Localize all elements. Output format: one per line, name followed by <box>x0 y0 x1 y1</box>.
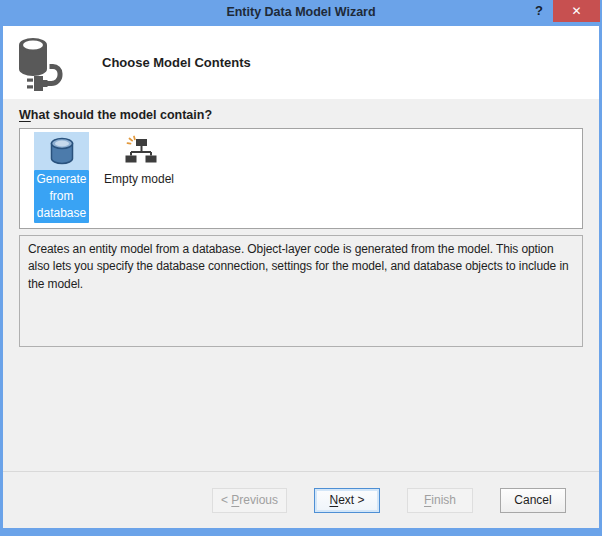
cancel-button[interactable]: Cancel <box>500 488 566 513</box>
window-title: Entity Data Model Wizard <box>0 5 602 19</box>
titlebar: Entity Data Model Wizard ? ✕ <box>0 0 602 26</box>
wizard-header: Choose Model Contents <box>3 26 599 99</box>
option-description: Creates an entity model from a database.… <box>19 235 583 347</box>
generate-from-database-icon <box>46 135 78 167</box>
help-icon: ? <box>535 3 543 18</box>
dialog-content: Choose Model Contents What should the mo… <box>3 26 599 528</box>
option-label: Generate from database <box>34 170 89 223</box>
option-icon-area <box>34 132 89 170</box>
wizard-step-title: Choose Model Contents <box>102 55 251 70</box>
model-contents-list[interactable]: Generate from database <box>19 128 583 229</box>
close-icon: ✕ <box>571 1 581 21</box>
wizard-body: What should the model contain? Generate … <box>3 99 599 471</box>
wizard-footer: < Previous Next > Finish Cancel <box>3 471 599 528</box>
option-empty-model[interactable]: Empty model <box>102 132 176 189</box>
empty-model-icon <box>122 135 157 167</box>
entity-data-model-wizard-window: Entity Data Model Wizard ? ✕ Choose <box>0 0 602 536</box>
previous-button[interactable]: < Previous <box>212 488 287 513</box>
option-label: Empty model <box>102 170 176 189</box>
option-generate-from-database[interactable]: Generate from database <box>34 132 89 223</box>
question-label: What should the model contain? <box>19 108 583 122</box>
next-button[interactable]: Next > <box>314 488 380 513</box>
database-plug-icon <box>12 34 66 91</box>
titlebar-controls: ? ✕ <box>525 0 600 22</box>
option-icon-area <box>102 132 176 170</box>
finish-button[interactable]: Finish <box>407 488 473 513</box>
close-button[interactable]: ✕ <box>553 0 600 22</box>
help-button[interactable]: ? <box>525 0 553 22</box>
